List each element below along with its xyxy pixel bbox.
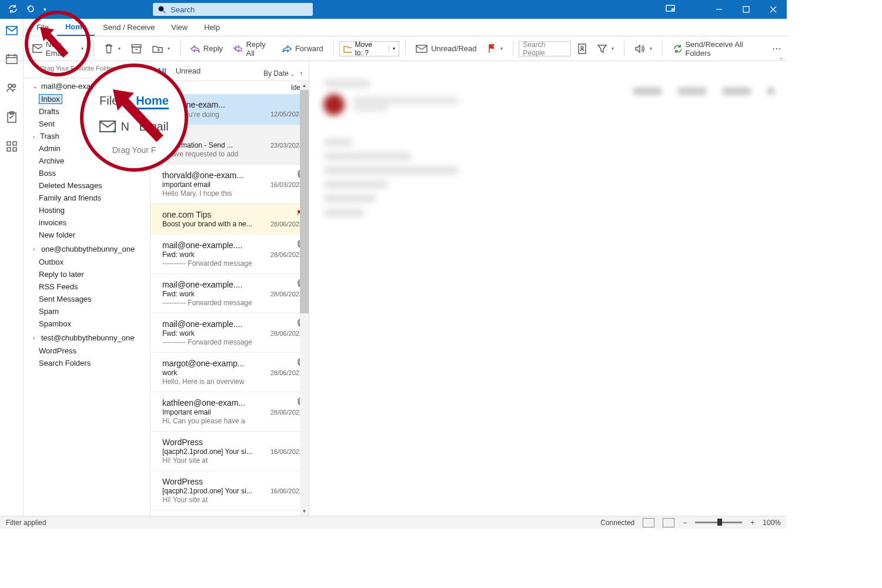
message-item[interactable]: mail@one-example....Fwd: work---------- … [151, 274, 309, 313]
folder-label: Boss [39, 169, 56, 178]
folder-pane: ‹ Drag Your Favorite Folders Here ⌄ mail… [24, 61, 151, 516]
message-item[interactable]: thorvald@one-exam...important emailHello… [151, 165, 309, 204]
message-item[interactable]: WordPress[qacph2.1prod.one] Your si...Hi… [151, 432, 309, 471]
send-receive-all-button[interactable]: Send/Receive All Folders [669, 41, 763, 57]
collapse-folder-pane-icon[interactable]: ‹ [145, 62, 146, 69]
tab-view[interactable]: View [163, 19, 196, 36]
view-reading-button[interactable] [663, 518, 674, 527]
account-header-3[interactable]: › test@chubbythebunny_one [24, 330, 150, 345]
sort-direction-icon[interactable]: ↑ [299, 69, 303, 78]
filter-button[interactable]: ▾ [593, 41, 618, 57]
folder-item[interactable]: Spam [24, 305, 150, 318]
more-commands-button[interactable]: ⋯ [768, 41, 787, 57]
flag-button[interactable]: ▾ [483, 41, 507, 57]
view-normal-button[interactable] [643, 518, 654, 527]
folder-item[interactable]: Search Folders [24, 357, 150, 369]
folder-item[interactable]: Deleted Messages [24, 179, 150, 192]
undo-icon[interactable] [26, 4, 35, 15]
folder-item[interactable]: New folder [24, 229, 150, 241]
people-icon[interactable] [6, 82, 18, 95]
folder-item[interactable]: Reply to later [24, 268, 150, 280]
zoom-in-button[interactable]: + [750, 519, 754, 527]
move-to-dropdown[interactable]: Move to: ? ▾ [339, 41, 399, 56]
unread-read-label: Unread/Read [431, 44, 476, 53]
scroll-up-icon[interactable]: ▲ [300, 81, 309, 90]
svg-rect-12 [13, 148, 16, 151]
message-preview: Hi! Your site at [162, 496, 292, 504]
address-book-button[interactable] [573, 41, 591, 57]
new-email-button[interactable]: New Email ▾ [28, 41, 88, 57]
more-apps-icon[interactable] [6, 141, 17, 153]
folder-item[interactable]: Archive [24, 155, 150, 167]
reply-all-button[interactable]: Reply All [229, 41, 276, 57]
message-item[interactable]: TeamConfirmation - Send ...d have reques… [151, 125, 309, 165]
folder-item[interactable]: Sent [24, 118, 150, 130]
qat-dropdown-icon[interactable]: ▾ [44, 6, 46, 12]
folder-item[interactable]: Admin [24, 142, 150, 155]
folder-item[interactable]: Sent Messages [24, 293, 150, 305]
message-date: 28/06/2022 [270, 220, 303, 228]
message-item[interactable]: mail@one-example....Fwd: work---------- … [151, 235, 309, 274]
forward-button[interactable]: Forward [278, 41, 328, 57]
tab-help[interactable]: Help [196, 19, 228, 36]
message-item[interactable]: ald@one-exam...Hope you're doing12/05/20… [151, 94, 309, 125]
folder-item[interactable]: Boss [24, 167, 150, 179]
archive-button[interactable] [127, 41, 146, 57]
message-item[interactable]: one.com TipsBoost your brand with a ne..… [151, 204, 309, 235]
delete-button[interactable]: ▾ [100, 41, 125, 57]
folder-item[interactable]: invoices [24, 216, 150, 229]
message-item[interactable]: margot@one-examp...workHello, Here is an… [151, 353, 309, 392]
chevron-right-icon: › [33, 134, 38, 140]
sync-icon[interactable] [8, 4, 18, 15]
folder-item[interactable]: ›Trash [24, 130, 150, 142]
message-date: 12/05/2023 [270, 111, 303, 118]
folder-item[interactable]: RSS Feeds [24, 280, 150, 293]
mail-icon[interactable] [6, 26, 18, 37]
filter-unread-tab[interactable]: Unread [176, 66, 201, 80]
read-aloud-button[interactable]: ▾ [630, 41, 656, 57]
minimize-button[interactable] [706, 0, 733, 19]
scrollbar-thumb[interactable] [300, 90, 309, 313]
folder-item[interactable]: Drafts [24, 105, 150, 118]
folder-label: WordPress [39, 346, 76, 355]
folder-item[interactable]: WordPress [24, 345, 150, 357]
close-button[interactable] [760, 0, 787, 19]
unread-read-button[interactable]: Unread/Read [412, 41, 480, 57]
sort-by-date[interactable]: By Date ⌄ [263, 69, 295, 78]
tab-send-receive[interactable]: Send / Receive [95, 19, 163, 36]
folder-label: Admin [39, 144, 61, 153]
zoom-slider[interactable] [695, 522, 742, 523]
message-list-scrollbar[interactable]: ▲ ▼ [300, 81, 309, 516]
folder-label: Search Folders [39, 359, 91, 368]
zoom-out-button[interactable]: − [683, 519, 687, 527]
ribbon-display-options-icon[interactable] [666, 5, 675, 15]
folder-item[interactable]: Family and friends [24, 192, 150, 204]
collapse-ribbon-icon[interactable]: ⌄ [779, 54, 783, 61]
message-list-pane: All Unread By Date ⌄ ↑ lder ald@one-exam… [151, 61, 309, 516]
message-item[interactable]: WordPress[qacph2.1prod.one] Your si...Hi… [151, 471, 309, 510]
move-button[interactable]: ▾ [148, 41, 174, 57]
search-box[interactable]: Search [153, 3, 313, 16]
folder-item[interactable]: Hosting [24, 204, 150, 216]
account-header-2[interactable]: › one@chubbythebunny_one [24, 241, 150, 256]
account-header-1[interactable]: ⌄ mail@one-exa [24, 78, 150, 93]
new-email-label: New Email [46, 40, 76, 58]
folder-label: Spambox [39, 319, 71, 328]
message-preview: Hi, Can you please have a [162, 417, 292, 425]
maximize-button[interactable] [733, 0, 760, 19]
tab-file[interactable]: File [28, 19, 57, 36]
tab-home[interactable]: Home [57, 19, 95, 36]
filter-all-tab[interactable]: All [156, 66, 166, 80]
message-preview: Hi! Your site at [162, 456, 292, 465]
folder-item[interactable]: Spambox [24, 318, 150, 330]
message-from: kathleen@one-exam... [162, 398, 292, 407]
folder-item[interactable]: Outbox [24, 256, 150, 268]
folder-item[interactable]: Inbox [24, 93, 150, 105]
message-item[interactable]: kathleen@one-exam...Important emailHi, C… [151, 392, 309, 432]
search-people-input[interactable]: Search People [519, 41, 571, 56]
reply-button[interactable]: Reply [186, 41, 227, 57]
scroll-down-icon[interactable]: ▼ [300, 507, 309, 516]
message-item[interactable]: mail@one-example....Fwd: work---------- … [151, 313, 309, 353]
reading-subject [323, 80, 773, 87]
tasks-icon[interactable] [6, 111, 17, 125]
